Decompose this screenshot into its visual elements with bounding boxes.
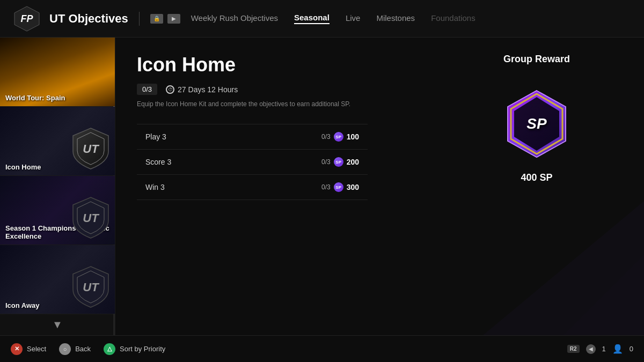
sp-icon-2: SP: [334, 157, 343, 167]
content-progress: 0/3: [137, 84, 157, 95]
logo: FP: [11, 3, 43, 35]
obj-reward-2: 0/3 SP 200: [321, 157, 359, 167]
timer-icon: ⏱: [166, 85, 174, 94]
select-label: Select: [27, 345, 46, 353]
obj-progress-2: 0/3: [321, 158, 331, 166]
timer-text: 27 Days 12 Hours: [178, 85, 238, 94]
header-title: UT Objectives: [49, 12, 140, 26]
obj-progress-1: 0/3: [321, 133, 331, 141]
obj-reward-3: 0/3 SP 300: [321, 182, 359, 192]
content-area: Icon Home 0/3 ⏱ 27 Days 12 Hours Equip t…: [115, 38, 644, 335]
sidebar: World Tour: Spain Icon Home UT: [0, 38, 115, 335]
hex-container: SP: [462, 86, 612, 161]
o-button-icon: ○: [59, 343, 71, 355]
header-icons: 🔒 ▶: [150, 14, 180, 24]
tab-foundations[interactable]: Foundations: [431, 13, 475, 24]
select-button[interactable]: ✕ Select: [11, 343, 46, 355]
obj-reward-1: 0/3 SP 100: [321, 132, 359, 142]
sp-hexagon: SP: [499, 86, 574, 161]
reward-panel: Group Reward: [462, 54, 612, 183]
player-count: 0: [630, 345, 633, 353]
r2-badge: R2: [567, 345, 580, 353]
season-shield-icon: UT: [72, 196, 109, 239]
obj-points-2: 200: [347, 158, 359, 166]
sp-icon-1: SP: [334, 132, 343, 142]
objective-row-2: Score 3 0/3 SP 200: [137, 150, 368, 175]
bg-decoration: [376, 174, 644, 335]
svg-text:FP: FP: [20, 13, 33, 24]
obj-name-2: Score 3: [145, 158, 171, 166]
objective-row-1: Play 3 0/3 SP 100: [137, 124, 368, 150]
nav-left-arrow[interactable]: ◀: [586, 344, 596, 354]
sort-label: Sort by Priority: [120, 345, 165, 353]
svg-marker-5: [483, 201, 644, 335]
tab-live[interactable]: Live: [346, 13, 361, 24]
triangle-button-icon: △: [104, 343, 115, 355]
back-label: Back: [75, 345, 91, 353]
tab-seasonal[interactable]: Seasonal: [294, 13, 330, 24]
header-icon-2: ▶: [167, 14, 180, 24]
ut-shield-icon: UT: [72, 127, 109, 170]
obj-points-3: 300: [347, 183, 359, 191]
nav-tabs: Weekly Rush Objectives Seasonal Live Mil…: [191, 13, 475, 24]
objective-row-3: Win 3 0/3 SP 300: [137, 175, 368, 200]
svg-text:UT: UT: [83, 211, 99, 225]
obj-name-1: Play 3: [145, 132, 166, 141]
sidebar-item-icon-home[interactable]: Icon Home UT: [0, 107, 115, 176]
sort-button[interactable]: △ Sort by Priority: [104, 343, 165, 355]
sidebar-item-icon-away[interactable]: Icon Away UT: [0, 245, 115, 314]
scroll-down-arrow[interactable]: ▼: [0, 314, 115, 335]
svg-text:UT: UT: [83, 280, 99, 294]
x-button-icon: ✕: [11, 343, 23, 355]
back-button[interactable]: ○ Back: [59, 343, 91, 355]
sp-icon-3: SP: [334, 182, 343, 192]
objectives-table: Play 3 0/3 SP 100 Score 3 0/3 SP 200 Win…: [137, 124, 368, 200]
sidebar-item-world-tour[interactable]: World Tour: Spain: [0, 38, 115, 107]
obj-points-1: 100: [347, 132, 359, 141]
header-icon-1: 🔒: [150, 14, 163, 24]
reward-title: Group Reward: [462, 54, 612, 65]
obj-progress-3: 0/3: [321, 183, 331, 191]
svg-marker-6: [564, 255, 644, 335]
bottom-right: R2 ◀ 1 👤 0: [567, 344, 633, 354]
sp-badge-label: SP: [526, 115, 546, 132]
person-icon: 👤: [612, 344, 623, 354]
header: FP UT Objectives 🔒 ▶ Weekly Rush Objecti…: [0, 0, 644, 38]
tab-milestones[interactable]: Milestones: [376, 13, 415, 24]
sidebar-item-label-world-tour: World Tour: Spain: [0, 90, 115, 106]
bottom-bar: ✕ Select ○ Back △ Sort by Priority R2 ◀ …: [0, 335, 644, 362]
tab-weekly-rush[interactable]: Weekly Rush Objectives: [191, 13, 278, 24]
obj-name-3: Win 3: [145, 183, 165, 191]
reward-amount: 400 SP: [462, 172, 612, 183]
nav-count: 1: [602, 345, 606, 353]
main-layout: World Tour: Spain Icon Home UT: [0, 38, 644, 335]
sidebar-item-season-1[interactable]: Season 1 Champions Cosmetic Excellence U…: [0, 176, 115, 245]
svg-text:UT: UT: [83, 142, 99, 156]
away-shield-icon: UT: [72, 265, 109, 308]
content-timer: ⏱ 27 Days 12 Hours: [166, 85, 238, 94]
